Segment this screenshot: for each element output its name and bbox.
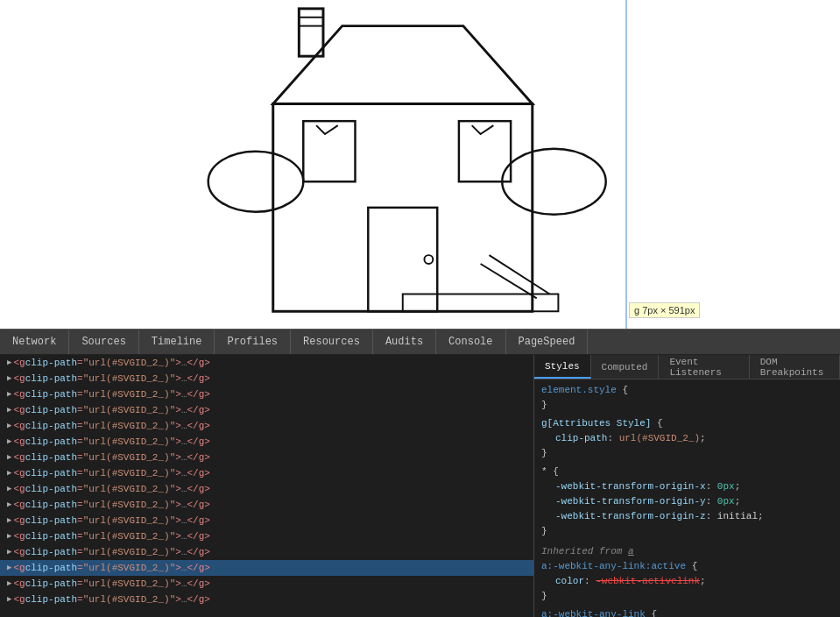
dom-line[interactable]: ▶ <g clip-path="url(#SVGID_2_)">…</g> xyxy=(0,402,533,418)
collapse-icon: ▶ xyxy=(7,560,11,576)
g-attr-close: } xyxy=(541,446,833,461)
styles-tabs: Styles Computed Event Listeners DOM Brea… xyxy=(534,355,840,379)
svg-point-8 xyxy=(424,255,433,264)
collapse-icon: ▶ xyxy=(7,355,11,371)
tab-styles[interactable]: Styles xyxy=(534,355,591,379)
collapse-icon: ▶ xyxy=(7,528,11,544)
dom-line[interactable]: ▶ <g clip-path="url(#SVGID_2_)">…</g> xyxy=(0,497,533,513)
dom-line[interactable]: ▶ <g clip-path="url(#SVGID_2_)">…</g> xyxy=(0,576,533,592)
svg-point-10 xyxy=(502,149,605,215)
a-active-close: } xyxy=(541,589,833,604)
tab-network[interactable]: Network xyxy=(0,330,69,354)
dom-line[interactable]: ▶ <g clip-path="url(#SVGID_2_)">…</g> xyxy=(0,481,533,497)
inherited-from-label: Inherited from a xyxy=(541,544,833,559)
tab-computed[interactable]: Computed xyxy=(591,355,660,379)
dom-line[interactable]: ▶ <g clip-path="url(#SVGID_2_)">…</g> xyxy=(0,528,533,544)
tab-resources[interactable]: Resources xyxy=(291,330,373,354)
g-attr-selector: g[Attributes Style] { xyxy=(541,416,833,431)
tab-pagespeed[interactable]: PageSpeed xyxy=(506,330,589,354)
dom-line[interactable]: ▶ <g clip-path="url(#SVGID_2_)">…</g> xyxy=(0,513,533,528)
dom-line[interactable]: ▶ <g clip-path="url(#SVGID_2_)">…</g> xyxy=(0,450,533,465)
element-style-close: } xyxy=(541,398,833,413)
dom-line[interactable]: ▶ <g clip-path="url(#SVGID_2_)">…</g> xyxy=(0,355,533,371)
collapse-icon: ▶ xyxy=(7,497,11,513)
webkit-transform-z: -webkit-transform-origin-z: initial; xyxy=(541,509,833,524)
webkit-transform-y: -webkit-transform-origin-y: 0px; xyxy=(541,494,833,509)
star-close: } xyxy=(541,524,833,539)
svg-point-9 xyxy=(208,152,304,212)
tab-profiles[interactable]: Profiles xyxy=(215,330,291,354)
collapse-icon: ▶ xyxy=(7,576,11,592)
collapse-icon: ▶ xyxy=(7,387,11,402)
tab-sources[interactable]: Sources xyxy=(69,330,138,354)
g-attr-clip-path: clip-path: url(#SVGID_2_); xyxy=(541,431,833,446)
a-active-section: a:-webkit-any-link:active { color: -webk… xyxy=(541,559,833,604)
collapse-icon: ▶ xyxy=(7,592,11,607)
svg-rect-1 xyxy=(299,9,323,56)
element-style-section: element.style { } xyxy=(541,383,833,413)
svg-content xyxy=(0,0,840,329)
star-section: * { -webkit-transform-origin-x: 0px; -we… xyxy=(541,465,833,539)
tab-dom-breakpoints[interactable]: DOM Breakpoints xyxy=(750,355,840,379)
devtools-bottom: ▶ <g clip-path="url(#SVGID_2_)">…</g> ▶ … xyxy=(0,355,840,617)
a-any-link-selector: a:-webkit-any-link { xyxy=(541,607,833,617)
collapse-icon: ▶ xyxy=(7,418,11,434)
collapse-icon: ▶ xyxy=(7,450,11,465)
collapse-icon: ▶ xyxy=(7,481,11,497)
collapse-icon: ▶ xyxy=(7,371,11,387)
collapse-icon: ▶ xyxy=(7,544,11,560)
collapse-icon: ▶ xyxy=(7,465,11,481)
collapse-icon: ▶ xyxy=(7,434,11,450)
dom-line[interactable]: ▶ <g clip-path="url(#SVGID_2_)">…</g> xyxy=(0,544,533,560)
star-selector: * { xyxy=(541,465,833,479)
tab-console[interactable]: Console xyxy=(436,330,505,354)
css-content: element.style { } g[Attributes Style] { … xyxy=(534,379,840,617)
tab-timeline[interactable]: Timeline xyxy=(139,330,215,354)
collapse-icon: ▶ xyxy=(7,402,11,418)
svg-marker-0 xyxy=(273,26,533,104)
a-any-link-section: a:-webkit-any-link { color: -webkit-link… xyxy=(541,607,833,617)
tab-event-listeners[interactable]: Event Listeners xyxy=(659,355,749,379)
dom-line[interactable]: ▶ <g clip-path="url(#SVGID_2_)">…</g> xyxy=(0,592,533,607)
webkit-transform-x: -webkit-transform-origin-x: 0px; xyxy=(541,479,833,494)
element-style-selector: element.style { xyxy=(541,383,833,398)
size-tooltip: g 7px × 591px xyxy=(629,302,700,318)
dom-panel[interactable]: ▶ <g clip-path="url(#SVGID_2_)">…</g> ▶ … xyxy=(0,355,534,617)
dom-line[interactable]: ▶ <g clip-path="url(#SVGID_2_)">…</g> xyxy=(0,418,533,434)
styles-panel: Styles Computed Event Listeners DOM Brea… xyxy=(534,355,840,617)
dom-line[interactable]: ▶ <g clip-path="url(#SVGID_2_)">…</g> xyxy=(0,465,533,481)
a-active-selector: a:-webkit-any-link:active { xyxy=(541,559,833,574)
dom-line-selected[interactable]: ▶ <g clip-path="url(#SVGID_2_)">…</g> xyxy=(0,560,533,576)
svg-preview: g 7px × 591px xyxy=(0,0,840,329)
dom-line[interactable]: ▶ <g clip-path="url(#SVGID_2_)">…</g> xyxy=(0,387,533,402)
dom-line[interactable]: ▶ <g clip-path="url(#SVGID_2_)">…</g> xyxy=(0,434,533,450)
g-attributes-section: g[Attributes Style] { clip-path: url(#SV… xyxy=(541,416,833,461)
devtools-toolbar: Network Sources Timeline Profiles Resour… xyxy=(0,329,840,355)
tab-audits[interactable]: Audits xyxy=(373,330,436,354)
dom-line[interactable]: ▶ <g clip-path="url(#SVGID_2_)">…</g> xyxy=(0,371,533,387)
a-active-color: color: -webkit-activelink; xyxy=(541,574,833,589)
collapse-icon: ▶ xyxy=(7,513,11,528)
